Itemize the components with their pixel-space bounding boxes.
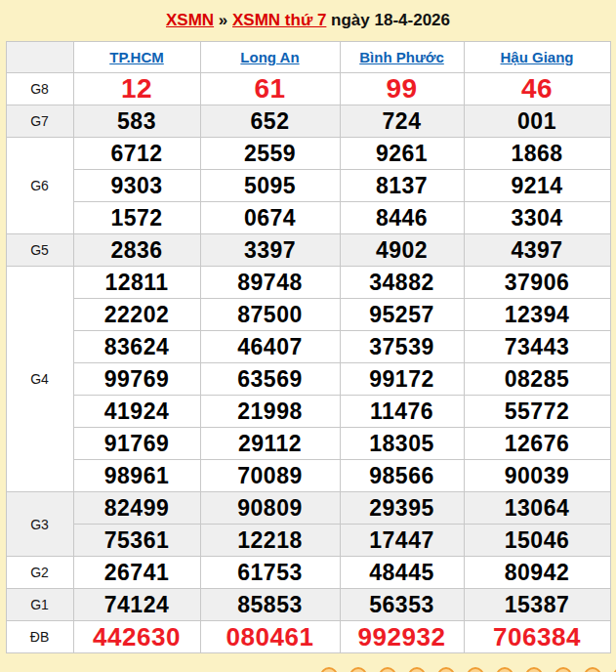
result-g4-col1-line2: 22202 bbox=[73, 299, 200, 331]
prize-row-g2: G226741617534844580942 bbox=[6, 557, 610, 589]
prize-label-g5: G5 bbox=[6, 234, 73, 267]
prize-row-g3-line2: 75361122181744715046 bbox=[6, 525, 610, 557]
header-row: TP.HCMLong AnBình PhướcHậu Giang bbox=[6, 42, 610, 73]
province-link-3[interactable]: Bình Phước bbox=[359, 49, 444, 65]
result-g4-col4-line1: 37906 bbox=[464, 267, 610, 299]
result-g4-col3-line5: 11476 bbox=[340, 396, 464, 428]
result-g7-col1: 583 bbox=[73, 105, 200, 138]
column-header-4: Hậu Giang bbox=[464, 42, 610, 73]
province-link-4[interactable]: Hậu Giang bbox=[500, 49, 573, 65]
result-g4-col2-line1: 89748 bbox=[200, 267, 340, 299]
prize-label-g3: G3 bbox=[6, 492, 73, 557]
result-g5-col1: 2836 bbox=[73, 234, 200, 267]
result-g4-col3-line4: 99172 bbox=[340, 363, 464, 396]
result-g7-col2: 652 bbox=[200, 105, 340, 138]
result-g8-col4: 46 bbox=[464, 73, 610, 105]
result-g6-col3-line2: 8137 bbox=[340, 170, 464, 202]
prize-label-g6: G6 bbox=[6, 138, 73, 234]
result-db-col2: 080461 bbox=[200, 621, 340, 653]
result-g4-col3-line3: 37539 bbox=[340, 331, 464, 363]
result-g6-col1-line1: 6712 bbox=[73, 138, 200, 170]
result-g3-col4-line2: 15046 bbox=[464, 525, 610, 557]
ball-icon bbox=[437, 667, 455, 672]
result-g4-col1-line5: 41924 bbox=[73, 396, 200, 428]
result-g4-col4-line3: 73443 bbox=[464, 331, 610, 363]
ball-icon bbox=[554, 667, 572, 672]
result-g4-col2-line5: 21998 bbox=[200, 396, 340, 428]
province-link-2[interactable]: Long An bbox=[240, 49, 299, 65]
result-g1-col1: 74124 bbox=[73, 589, 200, 621]
result-g2-col1: 26741 bbox=[73, 557, 200, 589]
result-g6-col1-line3: 1572 bbox=[73, 202, 200, 234]
prize-row-g6-line1: G66712255992611868 bbox=[6, 138, 610, 170]
prize-row-g4-line6: 91769291121830512676 bbox=[6, 428, 610, 460]
results-table-body: G812619946G7583652724001G667122559926118… bbox=[6, 73, 610, 653]
result-g2-col3: 48445 bbox=[340, 557, 464, 589]
result-g5-col2: 3397 bbox=[200, 234, 340, 267]
ball-icon bbox=[379, 667, 396, 672]
result-g4-col1-line4: 99769 bbox=[73, 363, 200, 396]
page-title: XSMN » XSMN thứ 7 ngày 18-4-2026 bbox=[0, 0, 616, 41]
prize-label-g8: G8 bbox=[6, 73, 73, 105]
ball-icon bbox=[408, 667, 426, 672]
result-db-col4: 706384 bbox=[464, 621, 610, 653]
column-header-2: Long An bbox=[200, 42, 340, 73]
prize-label-g7: G7 bbox=[6, 105, 73, 138]
result-g6-col1-line2: 9303 bbox=[73, 170, 200, 202]
results-table: TP.HCMLong AnBình PhướcHậu Giang G812619… bbox=[6, 41, 611, 653]
result-g4-col4-line4: 08285 bbox=[464, 363, 610, 396]
result-g4-col3-line2: 95257 bbox=[340, 299, 464, 331]
result-g6-col2-line3: 0674 bbox=[200, 202, 340, 234]
result-g4-col3-line1: 34882 bbox=[340, 267, 464, 299]
result-g7-col3: 724 bbox=[340, 105, 464, 138]
prize-row-g3-line1: G382499908092939513064 bbox=[6, 492, 610, 525]
xsmn-day-link[interactable]: XSMN thứ 7 bbox=[232, 11, 326, 30]
prize-row-db: ĐB442630080461992932706384 bbox=[6, 621, 610, 653]
result-db-col3: 992932 bbox=[340, 621, 464, 653]
result-g6-col3-line1: 9261 bbox=[340, 138, 464, 170]
result-g4-col3-line6: 18305 bbox=[340, 428, 464, 460]
result-g8-col3: 99 bbox=[340, 73, 464, 105]
result-g3-col1-line2: 75361 bbox=[73, 525, 200, 557]
result-g3-col1-line1: 82499 bbox=[73, 492, 200, 525]
prize-label-db: ĐB bbox=[6, 621, 73, 653]
result-g6-col4-line2: 9214 bbox=[464, 170, 610, 202]
result-g3-col2-line1: 90809 bbox=[200, 492, 340, 525]
header-corner-cell bbox=[6, 42, 73, 73]
result-g8-col2: 61 bbox=[200, 73, 340, 105]
prize-row-g5: G52836339749024397 bbox=[6, 234, 610, 267]
prize-row-g4-line1: G412811897483488237906 bbox=[6, 267, 610, 299]
result-g5-col4: 4397 bbox=[464, 234, 610, 267]
results-table-head: TP.HCMLong AnBình PhướcHậu Giang bbox=[6, 42, 610, 73]
xsmn-link[interactable]: XSMN bbox=[166, 11, 214, 30]
result-db-col1: 442630 bbox=[73, 621, 200, 653]
result-g6-col3-line3: 8446 bbox=[340, 202, 464, 234]
result-g1-col3: 56353 bbox=[340, 589, 464, 621]
result-g4-col2-line7: 70089 bbox=[200, 460, 340, 492]
ball-icon bbox=[349, 667, 367, 672]
result-g2-col2: 61753 bbox=[200, 557, 340, 589]
result-g4-col4-line2: 12394 bbox=[464, 299, 610, 331]
result-g4-col4-line6: 12676 bbox=[464, 428, 610, 460]
result-g4-col2-line2: 87500 bbox=[200, 299, 340, 331]
province-link-1[interactable]: TP.HCM bbox=[109, 49, 164, 65]
result-g4-col2-line6: 29112 bbox=[200, 428, 340, 460]
result-g3-col3-line1: 29395 bbox=[340, 492, 464, 525]
ball-icon bbox=[496, 667, 513, 672]
lottery-balls-decoration bbox=[320, 667, 616, 672]
prize-row-g4-line4: 99769635699917208285 bbox=[6, 363, 610, 396]
result-g6-col4-line1: 1868 bbox=[464, 138, 610, 170]
result-g4-col2-line4: 63569 bbox=[200, 363, 340, 396]
result-g3-col4-line1: 13064 bbox=[464, 492, 610, 525]
result-g6-col2-line1: 2559 bbox=[200, 138, 340, 170]
result-g1-col2: 85853 bbox=[200, 589, 340, 621]
result-g4-col2-line3: 46407 bbox=[200, 331, 340, 363]
result-g2-col4: 80942 bbox=[464, 557, 610, 589]
result-g4-col4-line5: 55772 bbox=[464, 396, 610, 428]
ball-icon bbox=[320, 667, 338, 672]
result-g4-col1-line6: 91769 bbox=[73, 428, 200, 460]
result-g3-col3-line2: 17447 bbox=[340, 525, 464, 557]
result-g6-col2-line2: 5095 bbox=[200, 170, 340, 202]
result-g8-col1: 12 bbox=[73, 73, 200, 105]
prize-row-g4-line5: 41924219981147655772 bbox=[6, 396, 610, 428]
